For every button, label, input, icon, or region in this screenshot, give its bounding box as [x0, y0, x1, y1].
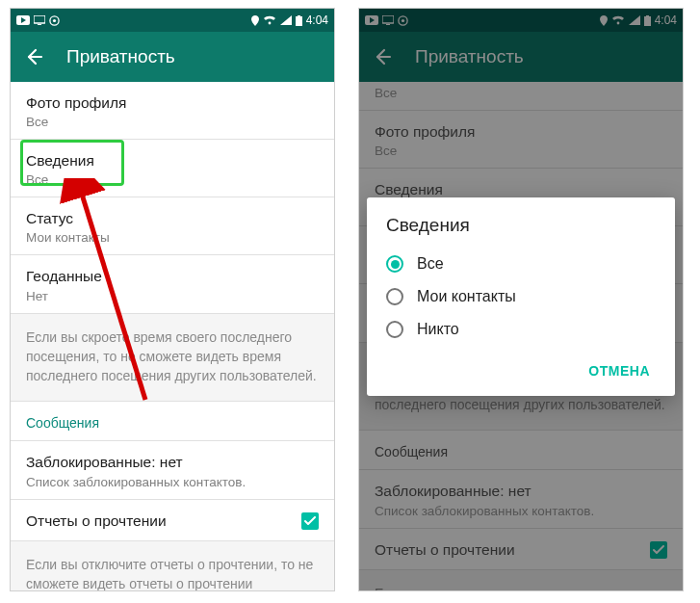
- setting-title: Сведения: [26, 151, 319, 170]
- dialog-about-visibility: Сведения Все Мои контакты Никто ОТМЕНА: [367, 197, 675, 396]
- svg-rect-9: [298, 15, 300, 16]
- radio-option-nobody[interactable]: Никто: [386, 313, 656, 346]
- setting-value: Список заблокированных контактов.: [26, 475, 319, 489]
- phone-screenshot-right: 4:04 Приватность Все Фото профиля Все Св…: [358, 8, 684, 591]
- radio-option-everyone[interactable]: Все: [386, 248, 656, 280]
- setting-row-status[interactable]: Статус Мои контакты: [11, 197, 334, 255]
- cast-icon: [34, 15, 45, 25]
- back-icon[interactable]: [24, 47, 43, 66]
- radio-label: Все: [417, 255, 444, 273]
- info-last-seen: Если вы скроете время своего последнего …: [11, 314, 334, 403]
- radio-selected-icon: [386, 255, 403, 273]
- app-bar: Приватность: [11, 32, 334, 82]
- svg-marker-7: [280, 15, 292, 25]
- cancel-button[interactable]: ОТМЕНА: [583, 355, 656, 386]
- setting-value: Нет: [26, 289, 319, 303]
- whatsapp-icon: [49, 15, 60, 26]
- signal-icon: [280, 15, 292, 25]
- svg-point-6: [268, 22, 271, 25]
- setting-value: Все: [26, 172, 319, 187]
- setting-row-blocked[interactable]: Заблокированные: нет Список заблокирован…: [11, 441, 334, 499]
- status-time: 4:04: [306, 13, 328, 27]
- app-bar-title: Приватность: [66, 46, 175, 67]
- setting-title: Геоданные: [26, 267, 319, 286]
- wifi-icon: [263, 15, 276, 25]
- location-icon: [251, 15, 259, 26]
- setting-value: Мои контакты: [26, 230, 319, 245]
- info-read-receipts: Если вы отключите отчеты о прочтении, то…: [11, 541, 334, 590]
- youtube-icon: [16, 15, 30, 25]
- setting-title: Фото профиля: [26, 93, 319, 113]
- radio-unselected-icon: [386, 321, 403, 338]
- checkbox-checked-icon[interactable]: [301, 512, 319, 530]
- battery-icon: [296, 15, 302, 26]
- setting-value: Все: [26, 115, 319, 129]
- setting-row-photo[interactable]: Фото профиля Все: [11, 82, 334, 140]
- svg-point-5: [53, 18, 56, 21]
- dialog-title: Сведения: [386, 215, 656, 236]
- svg-rect-3: [38, 24, 41, 25]
- status-bar: 4:04: [11, 9, 334, 32]
- setting-row-about[interactable]: Сведения Все: [11, 140, 334, 197]
- svg-rect-2: [34, 15, 45, 23]
- setting-title: Статус: [26, 209, 319, 228]
- radio-label: Мои контакты: [417, 288, 516, 305]
- setting-title: Заблокированные: нет: [26, 453, 319, 472]
- radio-label: Никто: [417, 321, 459, 338]
- setting-row-read-receipts[interactable]: Отчеты о прочтении: [11, 500, 334, 541]
- radio-option-contacts[interactable]: Мои контакты: [386, 280, 656, 313]
- section-header-messages: Сообщения: [11, 402, 334, 441]
- setting-row-location[interactable]: Геоданные Нет: [11, 255, 334, 313]
- settings-list: Фото профиля Все Сведения Все Статус Мои…: [11, 82, 334, 590]
- setting-title: Отчеты о прочтении: [26, 511, 167, 531]
- svg-rect-8: [296, 16, 302, 26]
- radio-unselected-icon: [386, 288, 403, 305]
- phone-screenshot-left: 4:04 Приватность Фото профиля Все Сведен…: [10, 8, 335, 591]
